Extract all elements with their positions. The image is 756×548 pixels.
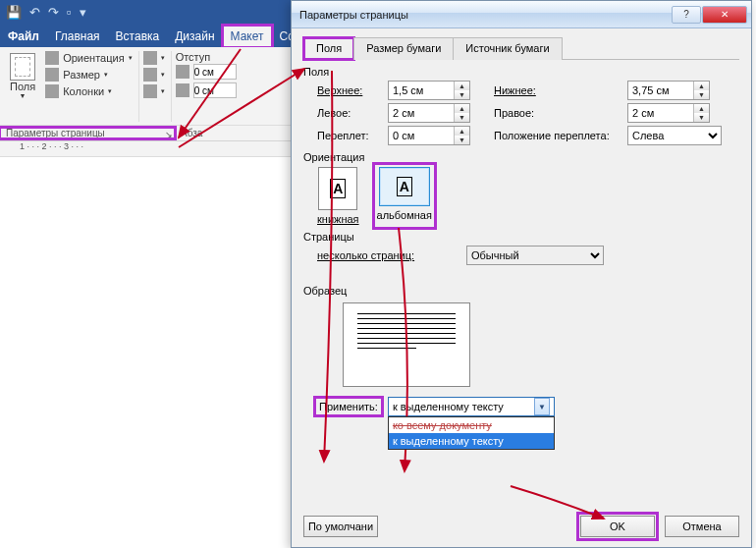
tab-paper-size[interactable]: Размер бумаги: [353, 37, 454, 60]
word-app-window: 💾 ↶ ↷ ▫ ▾ Файл Главная Вставка Дизайн Ма…: [0, 0, 295, 548]
hyphenation-icon: [143, 84, 157, 98]
margin-right-input[interactable]: ▲▼: [627, 103, 710, 123]
breaks-icon: [143, 51, 157, 65]
dialog-titlebar[interactable]: Параметры страницы ? ✕: [292, 1, 751, 28]
tab-home[interactable]: Главная: [47, 26, 108, 47]
gutter-pos-select[interactable]: Слева: [627, 126, 722, 145]
tab-fields[interactable]: Поля: [303, 37, 354, 60]
gutter-input[interactable]: ▲▼: [388, 126, 470, 145]
landscape-icon: A: [379, 167, 430, 206]
margin-left-input[interactable]: ▲▼: [388, 103, 470, 123]
columns-icon: [45, 84, 59, 98]
apply-opt-selection[interactable]: к выделенному тексту: [389, 433, 554, 449]
tab-design[interactable]: Дизайн: [167, 26, 222, 47]
orientation-portrait[interactable]: A книжная: [317, 167, 359, 225]
gutter-pos-label: Положение переплета:: [494, 130, 621, 141]
indent-label: Отступ: [176, 51, 237, 63]
page-setup-dialog: Параметры страницы ? ✕ Поля Размер бумаг…: [291, 0, 752, 548]
quick-access-toolbar: 💾 ↶ ↷ ▫ ▾: [0, 0, 295, 24]
fields-group-label: Поля: [303, 66, 739, 78]
indent-left-icon: [176, 65, 189, 79]
hyphenation-button[interactable]: ▾: [143, 84, 165, 98]
document-area: 1 · · · 2 · · · 3 · · ·: [0, 141, 295, 548]
qat-more-icon[interactable]: ▾: [80, 5, 86, 20]
size-button[interactable]: Размер▾: [45, 68, 132, 82]
ruler[interactable]: 1 · · · 2 · · · 3 · · ·: [0, 141, 295, 157]
default-button[interactable]: По умолчани: [303, 516, 378, 537]
redo-icon[interactable]: ↷: [48, 5, 59, 20]
indent-right-input[interactable]: [193, 82, 237, 98]
columns-button[interactable]: Колонки▾: [45, 84, 132, 98]
apply-to-label: Применить:: [317, 400, 380, 413]
new-doc-icon[interactable]: ▫: [67, 5, 72, 20]
line-numbers-icon: [143, 68, 157, 82]
apply-to-dropdown[interactable]: к выделенному тексту▼ ко всему документу…: [388, 397, 555, 416]
breaks-button[interactable]: ▾: [143, 51, 165, 65]
indent-right-icon: [176, 83, 189, 97]
gutter-label: Переплет:: [317, 130, 382, 141]
section-page-setup[interactable]: Параметры страницы ↘: [0, 128, 175, 138]
close-button[interactable]: ✕: [702, 6, 747, 24]
section-paragraph: Абза: [175, 128, 208, 138]
pages-group-label: Страницы: [303, 231, 739, 243]
preview-group-label: Образец: [303, 285, 739, 297]
undo-icon[interactable]: ↶: [29, 5, 40, 20]
margin-bottom-input[interactable]: ▲▼: [627, 81, 710, 100]
orientation-icon: [45, 51, 59, 65]
save-icon[interactable]: 💾: [6, 5, 22, 20]
multi-pages-select[interactable]: Обычный: [466, 246, 604, 265]
size-icon: [45, 68, 59, 82]
indent-left-input[interactable]: [193, 64, 237, 80]
line-numbers-button[interactable]: ▾: [143, 68, 165, 82]
document-page[interactable]: [0, 159, 295, 548]
margins-label: Поля: [10, 81, 35, 92]
apply-opt-whole-doc[interactable]: ко всему документу: [389, 417, 554, 433]
ribbon-layout: Поля ▼ Ориентация▾ Размер▾ Колонки▾ ▾ ▾ …: [0, 47, 295, 141]
dialog-title: Параметры страницы: [299, 9, 408, 21]
preview-thumbnail: [343, 302, 470, 387]
apply-to-dropdown-list: ко всему документу к выделенному тексту: [388, 416, 555, 450]
margin-left-label: Левое:: [317, 107, 382, 119]
tab-layout[interactable]: Макет: [223, 26, 272, 47]
orientation-button[interactable]: Ориентация▾: [45, 51, 132, 65]
margins-button[interactable]: Поля ▼: [6, 51, 39, 122]
orientation-landscape[interactable]: A альбомная: [377, 167, 432, 225]
help-button[interactable]: ?: [672, 6, 701, 24]
dialog-tabs: Поля Размер бумаги Источник бумаги: [303, 36, 739, 60]
orientation-group-label: Ориентация: [303, 151, 739, 163]
ok-button[interactable]: OK: [580, 516, 655, 537]
margin-right-label: Правое:: [494, 107, 621, 119]
ribbon-tabs: Файл Главная Вставка Дизайн Макет Ссы: [0, 24, 295, 47]
tab-paper-source[interactable]: Источник бумаги: [453, 37, 562, 60]
margin-top-input[interactable]: ▲▼: [388, 81, 470, 100]
tab-insert[interactable]: Вставка: [108, 26, 168, 47]
margin-bottom-label: Нижнее:: [494, 84, 621, 96]
margin-top-label: Верхнее:: [317, 84, 382, 96]
chevron-down-icon: ▼: [534, 398, 550, 415]
cancel-button[interactable]: Отмена: [665, 516, 739, 537]
chevron-down-icon: ▼: [20, 92, 27, 99]
portrait-icon: A: [318, 167, 357, 210]
margins-icon: [10, 53, 35, 81]
multi-pages-label: несколько страниц:: [317, 249, 455, 261]
tab-file[interactable]: Файл: [0, 26, 47, 47]
dialog-launcher-icon[interactable]: ↘: [165, 130, 173, 139]
